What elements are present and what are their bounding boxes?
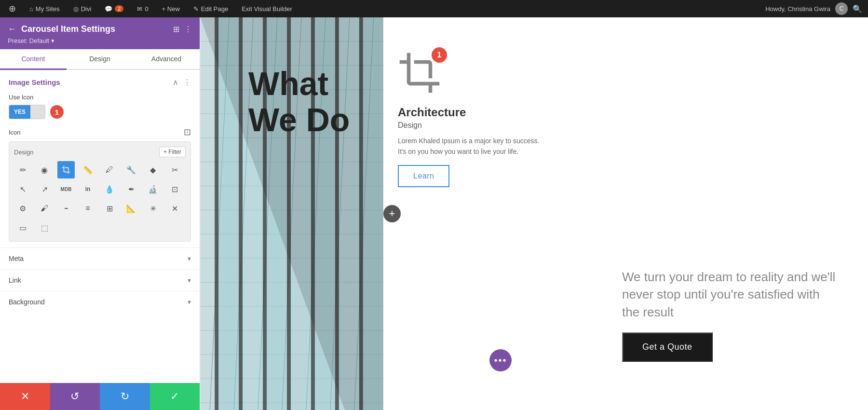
home-icon: ⌂ xyxy=(29,5,33,13)
link-section: Link ▾ xyxy=(0,269,200,291)
toggle-off-side[interactable] xyxy=(30,105,45,119)
get-quote-button[interactable]: Get a Quote xyxy=(622,332,713,362)
icon-picker-toolbar: Design + Filter xyxy=(14,147,186,157)
icon-measure[interactable]: ━ xyxy=(57,200,75,217)
add-element-button[interactable]: + xyxy=(383,205,401,222)
image-settings-section: Image Settings ∧ ⋮ xyxy=(0,70,200,92)
collapse-icon[interactable]: ∧ xyxy=(173,78,178,87)
user-avatar[interactable]: C xyxy=(835,2,848,15)
icon-pencil[interactable]: ✏ xyxy=(14,161,31,178)
icon-grid-sm[interactable]: ⊞ xyxy=(101,200,118,217)
icon-mdb[interactable]: MDB xyxy=(57,180,75,198)
section-more-icon[interactable]: ⋮ xyxy=(183,78,191,87)
meta-arrow: ▾ xyxy=(188,255,191,262)
background-arrow: ▾ xyxy=(188,298,191,306)
icon-frame2[interactable]: ⬚ xyxy=(36,219,53,236)
meta-section: Meta ▾ xyxy=(0,247,200,269)
icon-frame[interactable]: ▭ xyxy=(14,219,31,236)
hero-line1: What xyxy=(248,66,350,102)
icon-arrow-ul[interactable]: ↖ xyxy=(14,180,31,198)
tab-design[interactable]: Design xyxy=(67,49,133,69)
settings-tabs: Content Design Advanced xyxy=(0,49,200,70)
main-layout: ← Carousel Item Settings ⊞ ⋮ Preset: Def… xyxy=(0,17,868,410)
icon-brush[interactable]: 🖌 xyxy=(36,200,53,217)
carousel-body-text: Lorem Khaled Ipsum is a major key to suc… xyxy=(398,136,542,157)
page-preview: What We Do + 1 Architecture Design Lorem… xyxy=(200,17,868,410)
sidebar-title: Carousel Item Settings xyxy=(21,24,168,34)
carousel-subtitle: Design xyxy=(398,121,542,130)
carousel-icon-wrapper: 1 xyxy=(398,51,441,101)
sidebar-content: Image Settings ∧ ⋮ Use Icon YES 1 xyxy=(0,70,200,383)
icon-x[interactable]: ✕ xyxy=(166,200,183,217)
icon-ruler[interactable]: 📏 xyxy=(79,161,96,178)
comments-zero-link[interactable]: ✉ 0 xyxy=(134,0,151,17)
use-icon-toggle[interactable]: YES xyxy=(9,105,45,119)
floating-menu-button[interactable]: ••• xyxy=(489,349,512,371)
back-button[interactable]: ← xyxy=(8,24,16,34)
section-icons: ∧ ⋮ xyxy=(173,78,191,87)
icon-ruler2[interactable]: 📐 xyxy=(122,200,140,217)
search-icon[interactable]: 🔍 xyxy=(853,4,862,14)
comment-zero-icon: ✉ xyxy=(137,5,142,13)
icon-diamond[interactable]: ◆ xyxy=(144,161,162,178)
sidebar-bottom-toolbar: ✕ ↺ ↻ ✓ xyxy=(0,383,200,410)
use-icon-label: Use Icon xyxy=(9,94,191,101)
icon-scissors[interactable]: ✂ xyxy=(166,161,183,178)
bottom-content: We turn your dream to reality and we'll … xyxy=(622,268,839,362)
use-icon-badge: 1 xyxy=(50,105,64,119)
icon-crop2[interactable]: ⊡ xyxy=(166,180,183,198)
link-collapse-header[interactable]: Link ▾ xyxy=(9,270,191,291)
new-content-link[interactable]: + New xyxy=(159,0,183,17)
undo-button[interactable]: ↺ xyxy=(50,383,100,410)
redo-button[interactable]: ↻ xyxy=(100,383,150,410)
icon-dropper[interactable]: 💧 xyxy=(101,180,118,198)
link-arrow: ▾ xyxy=(188,276,191,284)
icon-section-header: Icon ⊡ xyxy=(9,127,191,137)
background-collapse-header[interactable]: Background ▾ xyxy=(9,291,191,313)
edit-icon: ✎ xyxy=(193,5,199,13)
icon-wrench[interactable]: 🔧 xyxy=(122,161,140,178)
admin-bar: ⊕ ⌂ My Sites ◎ Divi 💬 2 ✉ 0 + New ✎ Edit… xyxy=(0,0,868,17)
use-icon-controls: YES 1 xyxy=(9,105,191,119)
cancel-button[interactable]: ✕ xyxy=(0,383,50,410)
meta-label: Meta xyxy=(9,255,24,262)
sidebar-header-icons: ⊞ ⋮ xyxy=(173,25,192,34)
icon-eyedropper[interactable]: 🔬 xyxy=(144,180,162,198)
divi-link[interactable]: ◎ Divi xyxy=(70,0,95,17)
icon-picker: Design + Filter ✏ ◉ 📏 🖊 🔧 ◆ xyxy=(9,141,191,242)
tab-advanced[interactable]: Advanced xyxy=(133,49,200,69)
comments-link[interactable]: 💬 2 xyxy=(102,0,126,17)
carousel-item: 1 Architecture Design Lorem Khaled Ipsum… xyxy=(388,41,552,197)
carousel-badge: 1 xyxy=(432,47,447,63)
icon-expand-button[interactable]: ⊡ xyxy=(184,127,191,137)
filter-button[interactable]: + Filter xyxy=(159,147,186,157)
confirm-button[interactable]: ✓ xyxy=(150,383,200,410)
icon-eye[interactable]: ◉ xyxy=(36,161,53,178)
icon-linkedin[interactable]: in xyxy=(79,180,96,198)
preset-selector[interactable]: Preset: Default ▾ xyxy=(8,37,192,44)
icon-compass[interactable]: ✳ xyxy=(144,200,162,217)
edit-page-link[interactable]: ✎ Edit Page xyxy=(190,0,231,17)
learn-button[interactable]: Learn xyxy=(398,165,449,187)
window-icon[interactable]: ⊞ xyxy=(173,25,179,34)
divi-icon: ◎ xyxy=(73,5,79,13)
sidebar-header-top: ← Carousel Item Settings ⊞ ⋮ xyxy=(8,24,192,34)
carousel-title: Architecture xyxy=(398,106,542,119)
svg-rect-24 xyxy=(215,17,218,410)
icon-list[interactable]: ≡ xyxy=(79,200,96,217)
icon-grid: ✏ ◉ 📏 🖊 🔧 ◆ ✂ ↖ ↗ MDB i xyxy=(14,161,186,236)
tab-content[interactable]: Content xyxy=(0,49,67,70)
hero-line2: We Do xyxy=(248,102,350,138)
icon-crop[interactable] xyxy=(57,161,75,178)
tagline-text: We turn your dream to reality and we'll … xyxy=(622,268,839,321)
more-options-icon[interactable]: ⋮ xyxy=(184,25,192,34)
my-sites-link[interactable]: ⌂ My Sites xyxy=(27,0,63,17)
exit-builder-link[interactable]: Exit Visual Builder xyxy=(239,0,295,17)
toggle-yes-button[interactable]: YES xyxy=(9,105,30,119)
icon-arrow-ur[interactable]: ↗ xyxy=(36,180,53,198)
icon-pen2[interactable]: ✒ xyxy=(122,180,140,198)
wordpress-logo-link[interactable]: ⊕ xyxy=(6,0,19,17)
icon-settings[interactable]: ⚙ xyxy=(14,200,31,217)
icon-pen[interactable]: 🖊 xyxy=(101,161,118,178)
meta-collapse-header[interactable]: Meta ▾ xyxy=(9,248,191,269)
